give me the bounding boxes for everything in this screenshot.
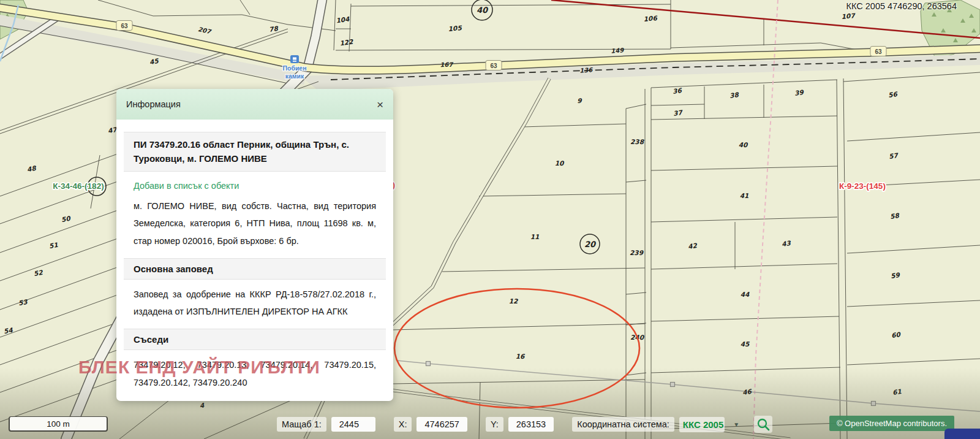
parcel-label: 106: [643, 14, 658, 23]
section-main-order: Основна заповед: [124, 258, 386, 280]
scale-bar: 100 m: [9, 416, 108, 432]
parcel-label: 51: [48, 241, 58, 250]
parcel-label: 44: [741, 291, 750, 298]
x-coordinate-input[interactable]: 4746257: [417, 417, 467, 432]
order-details-text: Заповед за одобрение на КККР РД-18-578/2…: [134, 286, 376, 321]
crs-label: Координатна система:: [572, 417, 674, 432]
search-icon: [756, 418, 770, 431]
bus-stop-name-line2: камик: [285, 72, 304, 80]
add-to-object-list-link[interactable]: Добави в списък с обекти: [134, 181, 239, 191]
y-coordinate-input[interactable]: 263153: [508, 417, 554, 432]
parcel-label: 10: [555, 159, 565, 167]
section-neighbors: Съседи: [124, 329, 386, 350]
scale-input[interactable]: 2445: [331, 417, 375, 432]
cadastre-map-app: { "map": { "top_coords": "ККС 2005 47462…: [0, 0, 980, 439]
parcel-label: 238: [630, 138, 645, 145]
chevron-down-icon[interactable]: ▼: [729, 419, 743, 430]
parcel-label: 45: [741, 340, 750, 348]
road-number-label: 167: [440, 61, 453, 69]
search-button[interactable]: [754, 416, 772, 433]
parcel-label: 43: [781, 239, 791, 248]
parcel-label: 16: [516, 353, 526, 360]
zone-code-label: К-34-46-(182): [53, 181, 104, 191]
status-bar: Мащаб 1: 2445 X: 4746257 Y: 263153 Коорд…: [277, 416, 772, 433]
info-popup: Информация × ПИ 73479.20.16 област Перни…: [116, 89, 393, 401]
parcel-label: 239: [630, 249, 644, 256]
circled-label-number: 20: [584, 240, 597, 249]
circled-label-number: 40: [477, 6, 489, 15]
bus-stop-name-line1: Побиен: [282, 64, 306, 72]
zone-code-label: К-9-23-(145): [839, 181, 886, 191]
parcel-details-text: м. ГОЛЕМО НИВЕ, вид собств. Частна, вид …: [134, 197, 376, 250]
map-attribution[interactable]: © OpenStreetMap contributors.: [829, 416, 954, 431]
road-number-label: 136: [579, 66, 594, 74]
cursor-coordinates-readout: ККС 2005 4746290, 263564: [846, 1, 957, 11]
parcel-label: 40: [739, 141, 748, 148]
parcel-label: 107: [841, 12, 856, 20]
x-coordinate-label: X:: [394, 417, 412, 432]
parcel-label: 105: [448, 24, 462, 32]
road-shield-number: 63: [875, 48, 882, 55]
watermark-text: БЛЕК ЕНД УАЙТ РИЪЛТИ: [78, 357, 320, 378]
crs-select[interactable]: ККС 2005: [679, 417, 725, 432]
road-shield-number: 63: [121, 23, 128, 29]
parcel-label: 12: [509, 297, 518, 305]
y-coordinate-label: Y:: [486, 417, 503, 432]
parcel-label: 41: [740, 192, 749, 199]
road-shield-number: 63: [490, 63, 497, 69]
parcel-heading: ПИ 73479.20.16 област Перник, община Тръ…: [124, 132, 386, 172]
popup-header: Информация ×: [116, 89, 393, 120]
road-number-label: 149: [611, 47, 625, 55]
scale-label: Мащаб 1:: [277, 417, 326, 432]
corner-blue-panel: [944, 429, 980, 439]
parcel-label: 42: [687, 242, 698, 250]
popup-title: Информация: [126, 99, 181, 109]
close-icon[interactable]: ×: [377, 99, 383, 110]
parcel-label: 11: [530, 233, 540, 240]
